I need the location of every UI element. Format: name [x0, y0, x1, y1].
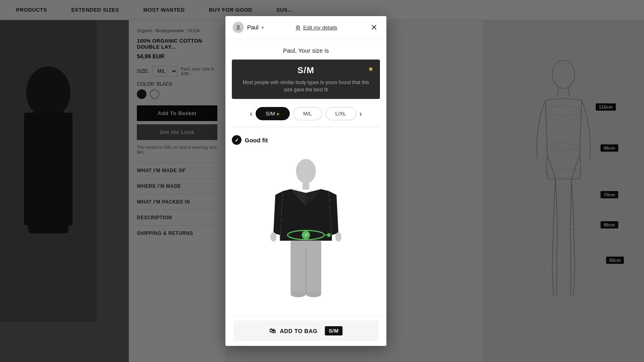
bag-icon: 🛍 [269, 327, 276, 335]
fit-header: ✓ Good fit [232, 135, 380, 145]
size-tab-sm[interactable]: S/M★ [256, 107, 290, 120]
fit-avatar-svg: ✓ [268, 155, 344, 304]
recommended-size: S/M [240, 65, 372, 76]
fit-label: Good fit [245, 137, 268, 144]
modal-header: Paul ▾ ⚙ Edit my details ✕ [225, 16, 386, 39]
size-tab-ml[interactable]: M/L [293, 107, 322, 120]
modal-footer: 🛍 ADD TO BAG S/M [225, 315, 386, 346]
add-to-bag-button[interactable]: 🛍 ADD TO BAG S/M [233, 321, 378, 341]
user-name: Paul [247, 24, 258, 31]
size-tabs: S/M★ M/L L/XL [256, 107, 356, 120]
modal-body: Paul, Your size is S/M ★ Most people wit… [225, 39, 386, 315]
size-next-button[interactable]: › [356, 107, 365, 120]
svg-point-19 [296, 159, 316, 183]
user-dropdown[interactable]: Paul ▾ [233, 22, 264, 33]
size-tab-lxl[interactable]: L/XL [325, 107, 356, 120]
svg-rect-20 [302, 183, 309, 189]
add-to-bag-label: ADD TO BAG [280, 328, 317, 334]
size-recommendation-box: S/M ★ Most people with similar body type… [232, 60, 380, 99]
edit-details-label: Edit my details [303, 25, 337, 31]
size-prev-button[interactable]: ‹ [247, 107, 256, 120]
size-tab-ml-label: M/L [303, 111, 312, 117]
modal-subtitle: Paul, Your size is [225, 39, 386, 60]
size-tabs-row: ‹ S/M★ M/L L/XL › [225, 107, 386, 120]
svg-point-18 [237, 25, 240, 28]
close-modal-button[interactable]: ✕ [369, 23, 379, 32]
size-tab-sm-star: ★ [276, 112, 280, 116]
size-tab-lxl-label: L/XL [335, 111, 346, 117]
fit-section: ✓ Good fit [225, 127, 386, 314]
gear-icon: ⚙ [295, 24, 301, 31]
svg-point-31 [327, 233, 331, 237]
edit-details-button[interactable]: ⚙ Edit my details [295, 24, 337, 31]
user-avatar [233, 22, 244, 33]
chevron-down-icon: ▾ [262, 25, 264, 30]
svg-point-26 [306, 291, 321, 297]
fit-avatar-container: ✓ [232, 153, 380, 306]
svg-text:✓: ✓ [304, 232, 308, 237]
fit-check-icon: ✓ [232, 135, 242, 145]
size-rec-description: Most people with similar body types to y… [240, 79, 372, 93]
svg-point-22 [335, 232, 341, 242]
size-tab-sm-label: S/M [266, 111, 275, 117]
size-recommendation-modal: Paul ▾ ⚙ Edit my details ✕ Paul, Your si… [225, 16, 386, 346]
star-icon: ★ [368, 65, 374, 73]
svg-point-21 [270, 232, 277, 242]
add-to-bag-size-badge: S/M [325, 326, 343, 335]
svg-point-25 [291, 291, 306, 297]
